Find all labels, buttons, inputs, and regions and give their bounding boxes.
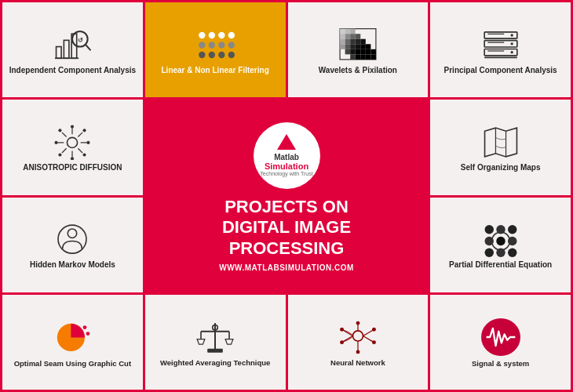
signal-circle-icon <box>481 318 520 356</box>
cell-center: Matlab Simulation Technology with Trust … <box>145 100 429 292</box>
main-title: PROJECTS ONDIGITAL IMAGEPROCESSING <box>222 197 351 259</box>
svg-point-99 <box>352 331 363 341</box>
pde-label: Partial Differential Equation <box>449 260 552 270</box>
wavelets-icon <box>338 27 378 63</box>
svg-point-15 <box>199 51 205 57</box>
cell-pca[interactable]: Principal Component Analysis <box>430 2 571 97</box>
svg-text:↺: ↺ <box>78 36 83 43</box>
svg-rect-25 <box>350 34 356 39</box>
aniso-label: ANISOTROPIC DIFFUSION <box>23 163 122 172</box>
cell-hmm[interactable]: Hidden Markov Models <box>2 198 143 292</box>
svg-rect-20 <box>340 28 345 34</box>
svg-point-82 <box>508 225 516 234</box>
svg-point-14 <box>228 42 235 48</box>
lnl-label: Linear & Non Linear Filtering <box>162 66 269 75</box>
wavelets-label: Wavelets & Pixilation <box>319 66 397 75</box>
svg-point-88 <box>496 249 505 257</box>
center-content: Matlab Simulation Technology with Trust … <box>149 106 425 289</box>
svg-point-8 <box>209 31 215 38</box>
som-label: Self Organizing Maps <box>461 163 541 172</box>
svg-line-64 <box>62 132 67 137</box>
svg-rect-26 <box>356 34 361 39</box>
svg-rect-38 <box>345 49 351 54</box>
svg-point-85 <box>496 237 505 245</box>
cell-aniso[interactable]: ANISOTROPIC DIFFUSION <box>2 100 143 194</box>
svg-point-80 <box>484 225 493 234</box>
svg-rect-47 <box>366 54 371 60</box>
cell-wavelets[interactable]: Wavelets & Pixilation <box>288 2 429 97</box>
svg-point-18 <box>228 51 235 57</box>
svg-rect-24 <box>345 34 351 39</box>
svg-point-16 <box>209 51 215 57</box>
svg-point-7 <box>199 31 205 38</box>
svg-rect-29 <box>350 38 356 44</box>
logo-circle: Matlab Simulation Technology with Trust <box>254 122 320 189</box>
svg-rect-43 <box>370 49 376 54</box>
nn-label: Neural Network <box>330 358 385 367</box>
aniso-icon <box>53 125 92 160</box>
svg-point-10 <box>228 31 235 38</box>
svg-line-66 <box>78 132 83 137</box>
svg-point-68 <box>71 125 74 128</box>
svg-line-67 <box>62 148 67 153</box>
cell-wat[interactable]: Weighted Averaging Technique <box>145 295 286 390</box>
svg-rect-1 <box>64 40 70 58</box>
signal-label: Signal & system <box>472 359 529 368</box>
svg-point-111 <box>356 350 359 354</box>
svg-point-108 <box>372 327 376 331</box>
ica-icon: ↺ <box>53 27 92 63</box>
svg-point-11 <box>199 42 205 48</box>
svg-rect-32 <box>340 44 345 49</box>
logo-simulation: Simulation <box>265 162 308 171</box>
svg-point-69 <box>71 157 74 160</box>
svg-rect-39 <box>350 49 356 54</box>
svg-rect-21 <box>345 28 351 34</box>
svg-rect-34 <box>350 44 356 49</box>
svg-point-17 <box>218 51 224 57</box>
lnl-icon <box>195 27 235 63</box>
svg-point-110 <box>356 321 359 325</box>
svg-line-5 <box>86 45 91 50</box>
cell-signal[interactable]: Signal & system <box>430 295 571 390</box>
som-icon <box>481 125 520 160</box>
logo-triangle <box>277 134 296 150</box>
svg-rect-33 <box>345 44 351 49</box>
svg-point-73 <box>83 129 86 132</box>
wat-icon <box>195 320 235 355</box>
hmm-label: Hidden Markov Models <box>30 260 115 270</box>
svg-point-79 <box>68 229 77 238</box>
svg-point-75 <box>83 153 86 156</box>
pie-label: Optimal Seam Using Graphic Cut <box>14 359 131 368</box>
cell-ica[interactable]: ↺ Independent Component Analysis <box>2 2 143 97</box>
svg-rect-48 <box>370 54 376 60</box>
svg-point-53 <box>510 34 513 36</box>
svg-rect-28 <box>345 38 351 44</box>
website-url: WWW.MATLABSIMULATION.COM <box>219 263 354 272</box>
cell-lnl[interactable]: Linear & Non Linear Filtering <box>145 2 286 97</box>
svg-point-70 <box>55 141 58 144</box>
svg-point-59 <box>68 137 78 147</box>
main-grid: ↺ Independent Component Analysis Linear … <box>0 0 573 392</box>
pca-label: Principal Component Analysis <box>444 66 557 75</box>
svg-rect-44 <box>350 54 356 60</box>
svg-rect-37 <box>366 44 371 49</box>
cell-pde[interactable]: Partial Differential Equation <box>430 198 571 292</box>
svg-rect-42 <box>366 49 371 54</box>
svg-rect-36 <box>360 44 366 49</box>
svg-rect-22 <box>350 28 356 34</box>
svg-rect-46 <box>360 54 366 60</box>
svg-point-54 <box>510 42 513 45</box>
nn-icon <box>338 320 378 355</box>
logo-tagline: Technology with Trust <box>260 171 312 176</box>
cell-som[interactable]: Self Organizing Maps <box>430 100 571 194</box>
svg-point-91 <box>83 325 87 329</box>
cell-pie[interactable]: Optimal Seam Using Graphic Cut <box>2 295 143 390</box>
svg-point-87 <box>484 249 493 257</box>
pie-icon <box>53 318 91 356</box>
svg-point-9 <box>218 31 224 38</box>
svg-point-89 <box>508 249 516 257</box>
svg-rect-35 <box>356 44 361 49</box>
cell-nn[interactable]: Neural Network <box>288 295 429 390</box>
svg-point-55 <box>510 51 513 53</box>
svg-point-109 <box>372 340 376 344</box>
